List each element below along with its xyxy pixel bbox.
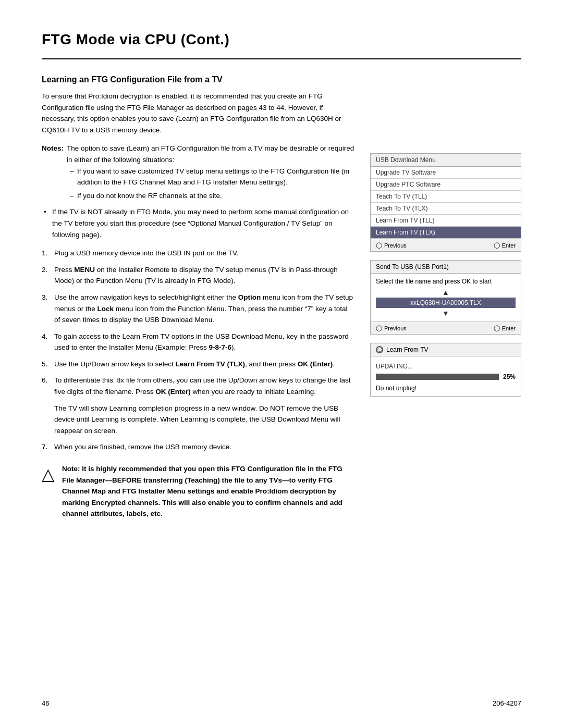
step-7: 7. When you are finished, remove the USB… xyxy=(42,441,354,453)
usb-menu-item-4[interactable]: Teach To TV (TLX) xyxy=(371,203,521,215)
file-selector: ▲ xxLQ630H-UA00005.TLX ▼ xyxy=(376,288,516,317)
warning-text: Note: It is highly recommended that you … xyxy=(62,463,354,520)
filename-highlight[interactable]: xxLQ630H-UA00005.TLX xyxy=(376,298,516,308)
note1-text: The option to save (Learn) an FTG Config… xyxy=(67,144,354,164)
usb-menu-footer: ◯ Previous ◯ Enter xyxy=(371,239,521,251)
learn-from-tv-body: UPDATING... 25% Do not unplug! xyxy=(371,356,521,396)
note2-item: If the TV is NOT already in FTG Mode, yo… xyxy=(42,206,354,240)
send-enter-icon: ◯ xyxy=(494,325,500,331)
steps-list: Plug a USB memory device into the USB IN… xyxy=(42,248,354,398)
footer-enter: ◯ Enter xyxy=(494,242,516,249)
page-footer: 46 206-4207 xyxy=(0,689,563,712)
sub-note-2: If you do not know the RF channels at th… xyxy=(67,190,354,202)
right-column: USB Download Menu Upgrade TV Software Up… xyxy=(370,153,521,520)
send-footer-previous: ◯ Previous xyxy=(376,325,407,331)
usb-download-menu-box: USB Download Menu Upgrade TV Software Up… xyxy=(370,153,521,252)
footer-doc-number: 206-4207 xyxy=(493,699,521,707)
note-content: The option to save (Learn) an FTG Config… xyxy=(67,143,354,203)
arrow-down-icon: ▼ xyxy=(442,309,449,317)
learn-from-tv-box: ◯ Learn From TV UPDATING... 25% Do not u… xyxy=(370,343,521,397)
step-3: Use the arrow navigation keys to select/… xyxy=(42,292,354,326)
send-footer-enter: ◯ Enter xyxy=(494,325,516,331)
intro-text: To ensure that Pro:Idiom decryption is e… xyxy=(42,91,354,135)
progress-percent-label: 25% xyxy=(503,373,516,380)
do-not-unplug-text: Do not unplug! xyxy=(376,385,516,392)
page-title: FTG Mode via CPU (Cont.) xyxy=(42,31,521,48)
completion-text: The TV will show Learning completion pro… xyxy=(42,403,354,437)
progress-bar-fill xyxy=(376,374,407,380)
previous-icon: ◯ xyxy=(376,242,382,249)
notes-row: Notes: The option to save (Learn) an FTG… xyxy=(42,143,354,203)
sub-notes-list: If you want to save customized TV setup … xyxy=(67,166,354,202)
send-previous-icon: ◯ xyxy=(376,325,382,331)
send-to-usb-box: Send To USB (USB Port1) Select the file … xyxy=(370,260,521,335)
learn-from-tv-header: ◯ Learn From TV xyxy=(371,343,521,356)
step-7-list: 7. When you are finished, remove the USB… xyxy=(42,441,354,453)
step-1: Plug a USB memory device into the USB IN… xyxy=(42,248,354,259)
section-heading: Learning an FTG Configuration File from … xyxy=(42,75,521,84)
step-6: To differentiate this .tlx file from oth… xyxy=(42,375,354,397)
step-2: Press MENU on the Installer Remote to di… xyxy=(42,264,354,287)
send-usb-footer: ◯ Previous ◯ Enter xyxy=(371,322,521,334)
step-4: To gain access to the Learn From TV opti… xyxy=(42,331,354,353)
usb-download-menu-header: USB Download Menu xyxy=(371,154,521,167)
footer-previous: ◯ Previous xyxy=(376,242,407,249)
usb-menu-item-2[interactable]: Upgrade PTC Software xyxy=(371,179,521,191)
main-content: To ensure that Pro:Idiom decryption is e… xyxy=(42,91,521,520)
usb-menu-item-5[interactable]: Learn From TV (TLL) xyxy=(371,215,521,227)
progress-row: 25% xyxy=(376,373,516,380)
title-divider xyxy=(42,58,521,59)
arrow-up-icon: ▲ xyxy=(442,288,449,297)
updating-text: UPDATING... xyxy=(376,363,516,370)
enter-icon: ◯ xyxy=(494,242,500,249)
left-column: To ensure that Pro:Idiom decryption is e… xyxy=(42,91,354,520)
usb-menu-item-3[interactable]: Teach To TV (TLL) xyxy=(371,191,521,203)
select-file-text: Select the file name and press OK to sta… xyxy=(376,278,516,285)
warning-icon: △ xyxy=(42,464,55,484)
notes-section: Notes: The option to save (Learn) an FTG… xyxy=(42,143,354,240)
sub-note-1: If you want to save customized TV setup … xyxy=(67,166,354,188)
send-to-usb-header: Send To USB (USB Port1) xyxy=(371,261,521,274)
note2-list: If the TV is NOT already in FTG Mode, yo… xyxy=(42,206,354,240)
learn-circle-icon: ◯ xyxy=(376,346,383,353)
page-container: FTG Mode via CPU (Cont.) Learning an FTG… xyxy=(0,0,563,551)
usb-menu-item-6[interactable]: Learn From TV (TLX) xyxy=(371,227,521,239)
progress-bar-bg xyxy=(376,374,499,380)
notes-label: Notes: xyxy=(42,143,64,203)
send-to-usb-body: Select the file name and press OK to sta… xyxy=(371,274,521,322)
usb-menu-item-1[interactable]: Upgrade TV Software xyxy=(371,167,521,179)
warning-box: △ Note: It is highly recommended that yo… xyxy=(42,463,354,520)
step-5: Use the Up/Down arrow keys to select Lea… xyxy=(42,359,354,370)
footer-page-number: 46 xyxy=(42,699,49,707)
